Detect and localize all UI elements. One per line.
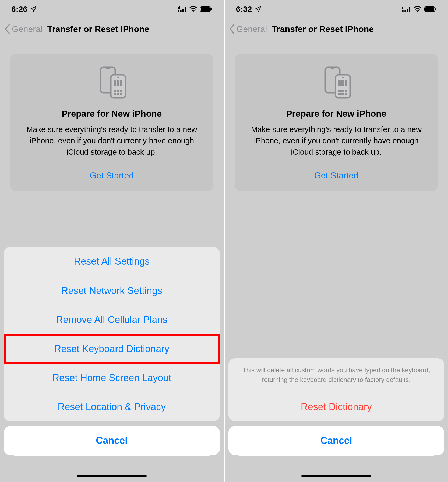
- svg-rect-20: [114, 90, 116, 92]
- svg-rect-37: [331, 67, 334, 69]
- svg-rect-23: [114, 93, 116, 95]
- cancel-button[interactable]: Cancel: [4, 426, 220, 455]
- status-time: 6:26: [11, 5, 27, 14]
- back-label: General: [12, 24, 43, 34]
- chevron-left-icon: [4, 24, 10, 34]
- action-sheet: Reset All Settings Reset Network Setting…: [0, 247, 224, 482]
- home-indicator[interactable]: [301, 475, 371, 477]
- nav-bar: General Transfer or Reset iPhone: [0, 18, 224, 40]
- svg-rect-48: [345, 90, 347, 92]
- prepare-card: Prepare for New iPhone Make sure everyth…: [235, 54, 438, 191]
- nav-bar: General Transfer or Reset iPhone: [225, 18, 448, 40]
- svg-point-1: [180, 10, 182, 12]
- reset-all-settings[interactable]: Reset All Settings: [4, 247, 220, 276]
- svg-rect-3: [185, 7, 186, 12]
- card-title: Prepare for New iPhone: [245, 109, 428, 119]
- svg-rect-46: [338, 90, 341, 92]
- remove-cellular-plans[interactable]: Remove All Cellular Plans: [4, 305, 220, 334]
- svg-rect-17: [114, 83, 116, 86]
- card-description: Make sure everything's ready to transfer…: [20, 124, 204, 158]
- cancel-button[interactable]: Cancel: [228, 426, 445, 455]
- svg-rect-14: [114, 80, 116, 83]
- location-icon: [255, 6, 261, 12]
- status-bar: 6:32: [225, 0, 448, 18]
- svg-rect-35: [435, 8, 436, 10]
- get-started-link[interactable]: Get Started: [20, 171, 204, 180]
- svg-rect-15: [117, 80, 119, 83]
- card-description: Make sure everything's ready to transfer…: [245, 124, 428, 158]
- reset-location-privacy[interactable]: Reset Location & Privacy: [4, 392, 220, 421]
- svg-rect-50: [341, 93, 344, 95]
- prepare-card: Prepare for New iPhone Make sure everyth…: [10, 54, 213, 191]
- page-title: Transfer or Reset iPhone: [43, 24, 219, 34]
- svg-rect-47: [341, 90, 344, 92]
- svg-rect-49: [338, 93, 341, 95]
- signal-icon: [177, 6, 186, 12]
- svg-rect-40: [338, 80, 341, 83]
- svg-rect-2: [182, 9, 184, 12]
- svg-rect-42: [345, 80, 347, 83]
- svg-rect-9: [211, 8, 212, 10]
- confirm-sheet: This will delete all custom words you ha…: [225, 358, 448, 482]
- svg-rect-4: [178, 7, 179, 9]
- status-time: 6:32: [236, 5, 252, 14]
- svg-point-39: [342, 77, 344, 78]
- phone-right: 6:32 General Transfer or Reset iPhone: [225, 0, 448, 482]
- svg-rect-11: [106, 67, 110, 69]
- svg-rect-21: [117, 90, 119, 92]
- battery-icon: [424, 6, 437, 12]
- svg-rect-34: [425, 7, 434, 11]
- svg-rect-29: [409, 7, 410, 12]
- status-bar: 6:26: [0, 0, 224, 18]
- svg-rect-31: [404, 6, 404, 9]
- svg-rect-43: [338, 83, 341, 86]
- home-indicator[interactable]: [77, 475, 147, 477]
- svg-rect-22: [120, 90, 122, 92]
- svg-point-27: [404, 10, 406, 12]
- get-started-link[interactable]: Get Started: [245, 171, 428, 180]
- confirm-message: This will delete all custom words you ha…: [228, 358, 445, 392]
- devices-icon: [319, 65, 354, 101]
- signal-icon: [402, 6, 411, 12]
- svg-point-0: [178, 10, 179, 12]
- back-label: General: [237, 24, 267, 34]
- svg-point-32: [417, 11, 418, 12]
- svg-rect-51: [345, 93, 347, 95]
- wifi-icon: [414, 6, 422, 12]
- svg-rect-24: [117, 93, 119, 95]
- svg-point-26: [402, 10, 404, 12]
- back-button[interactable]: General: [4, 24, 43, 34]
- svg-rect-30: [402, 7, 403, 9]
- reset-dictionary-button[interactable]: Reset Dictionary: [228, 392, 445, 421]
- devices-icon: [94, 65, 129, 101]
- reset-network-settings[interactable]: Reset Network Settings: [4, 276, 220, 305]
- back-button[interactable]: General: [229, 24, 267, 34]
- phone-left: 6:26 General Transfer or Reset iPhone: [0, 0, 224, 482]
- reset-keyboard-dictionary[interactable]: Reset Keyboard Dictionary: [4, 334, 220, 363]
- svg-rect-45: [345, 83, 347, 86]
- svg-point-6: [193, 11, 194, 12]
- wifi-icon: [189, 6, 197, 12]
- svg-rect-8: [201, 7, 210, 11]
- chevron-left-icon: [229, 24, 235, 34]
- reset-home-screen-layout[interactable]: Reset Home Screen Layout: [4, 363, 220, 392]
- svg-rect-16: [120, 80, 122, 83]
- svg-rect-19: [120, 83, 122, 86]
- svg-point-13: [117, 77, 119, 78]
- page-title: Transfer or Reset iPhone: [267, 24, 444, 34]
- svg-rect-25: [120, 93, 122, 95]
- svg-rect-28: [407, 9, 408, 12]
- svg-rect-5: [179, 6, 180, 9]
- svg-rect-44: [341, 83, 344, 86]
- battery-icon: [200, 6, 212, 12]
- svg-rect-41: [341, 80, 344, 83]
- svg-rect-18: [117, 83, 119, 86]
- card-title: Prepare for New iPhone: [20, 109, 204, 119]
- location-icon: [30, 6, 37, 12]
